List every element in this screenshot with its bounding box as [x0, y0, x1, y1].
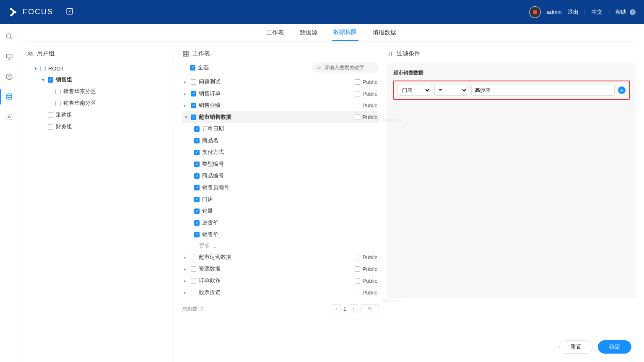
- checkbox[interactable]: [191, 115, 196, 120]
- table-row[interactable]: ▸销售订单Public: [182, 88, 379, 99]
- top-bar: FOCUS admin 退出 | 中文 | 帮助 ?: [0, 0, 644, 24]
- tree-sales-south[interactable]: 销售华南分区: [27, 97, 174, 109]
- page-prev[interactable]: ‹: [332, 304, 341, 313]
- select-all-row[interactable]: 全选: [182, 62, 210, 73]
- more-link[interactable]: 更多 ⌄: [182, 240, 379, 251]
- svg-point-6: [8, 116, 10, 118]
- checkbox[interactable]: [194, 161, 200, 167]
- filter-field-select[interactable]: 门店: [397, 85, 431, 96]
- public-toggle[interactable]: Public: [355, 254, 377, 260]
- checkbox[interactable]: [191, 266, 196, 272]
- public-toggle[interactable]: Public: [355, 289, 377, 296]
- tab-report[interactable]: 填报数据: [371, 25, 398, 41]
- checkbox[interactable]: [194, 208, 200, 214]
- column-row[interactable]: 商品编号: [182, 170, 379, 182]
- checkbox[interactable]: [191, 290, 196, 295]
- checkbox[interactable]: [48, 112, 53, 118]
- tree-finance[interactable]: 财务组: [27, 121, 174, 133]
- public-toggle[interactable]: Public: [355, 91, 377, 97]
- checkbox[interactable]: [48, 124, 53, 130]
- public-toggle[interactable]: Public: [355, 278, 377, 284]
- tree-sales[interactable]: ▼销售组: [27, 74, 174, 86]
- table-row[interactable]: ▸问题测试Public: [182, 76, 379, 88]
- checkbox[interactable]: [355, 266, 360, 272]
- table-row[interactable]: ▼超市销售数据Public: [182, 111, 379, 123]
- reset-button[interactable]: 重置: [559, 340, 593, 354]
- chevron-down-icon: ⌄: [213, 243, 217, 249]
- page-next[interactable]: ›: [349, 304, 358, 313]
- help-link[interactable]: 帮助 ?: [615, 8, 636, 16]
- column-row[interactable]: 销售价: [182, 229, 379, 240]
- table-row[interactable]: ▸超市运营数据Public: [182, 251, 379, 263]
- table-row[interactable]: ▸订单欺诈Public: [182, 275, 379, 286]
- filter-op-select[interactable]: =: [434, 85, 468, 96]
- search-input[interactable]: [324, 65, 374, 70]
- public-toggle[interactable]: Public: [355, 79, 377, 85]
- checkbox[interactable]: [355, 278, 360, 284]
- nav-help-icon[interactable]: [5, 73, 13, 81]
- checkbox[interactable]: [40, 66, 46, 71]
- checkbox[interactable]: [191, 278, 196, 284]
- tab-datasource[interactable]: 数据源: [298, 25, 319, 41]
- column-label: 商品名: [202, 137, 218, 144]
- brand-name: FOCUS: [23, 8, 53, 16]
- checkbox[interactable]: [355, 115, 360, 120]
- tree-purchase[interactable]: 采购组: [27, 109, 174, 121]
- edit-icon[interactable]: [66, 8, 73, 16]
- tree-sales-east[interactable]: 销售华东分区: [27, 86, 174, 97]
- checkbox[interactable]: [355, 255, 360, 260]
- table-label: 销售订单: [199, 90, 221, 97]
- public-toggle[interactable]: Public: [355, 114, 377, 120]
- checkbox[interactable]: [191, 79, 196, 85]
- username[interactable]: admin: [547, 9, 561, 15]
- tree-root[interactable]: ▼ROOT: [27, 63, 174, 74]
- checkbox[interactable]: [355, 91, 360, 96]
- user-group-title: 用户组: [37, 50, 55, 57]
- tab-worksheet[interactable]: 工作表: [265, 25, 286, 41]
- table-row[interactable]: ▸资源数据Public: [182, 263, 379, 275]
- checkbox[interactable]: [355, 79, 360, 85]
- column-row[interactable]: 商品名: [182, 135, 379, 146]
- column-row[interactable]: 类型编号: [182, 158, 379, 170]
- checkbox[interactable]: [194, 126, 200, 132]
- avatar[interactable]: [529, 6, 541, 18]
- checkbox[interactable]: [191, 255, 196, 260]
- column-row[interactable]: 进货价: [182, 217, 379, 229]
- checkbox[interactable]: [194, 185, 200, 190]
- checkbox[interactable]: [194, 150, 200, 155]
- nav-display-icon[interactable]: [5, 52, 13, 61]
- checkbox[interactable]: [55, 89, 61, 94]
- nav-settings-icon[interactable]: [5, 113, 13, 121]
- checkbox[interactable]: [355, 103, 360, 108]
- checkbox[interactable]: [191, 103, 196, 108]
- public-toggle[interactable]: Public: [355, 102, 377, 109]
- nav-search-icon[interactable]: [5, 32, 13, 41]
- search-box[interactable]: [312, 63, 379, 73]
- checkbox[interactable]: [194, 197, 200, 202]
- tab-permission[interactable]: 数据权限: [332, 24, 358, 41]
- add-filter-button[interactable]: +: [618, 86, 626, 94]
- checkbox[interactable]: [55, 101, 61, 106]
- checkbox[interactable]: [194, 232, 200, 237]
- confirm-button[interactable]: 确定: [598, 340, 631, 354]
- column-row[interactable]: 订单日期: [182, 123, 379, 135]
- nav-data-icon[interactable]: [5, 93, 13, 101]
- table-row[interactable]: ▸销售业绩Public: [182, 99, 379, 111]
- column-row[interactable]: 销量: [182, 205, 379, 217]
- checkbox[interactable]: [191, 91, 196, 96]
- column-row[interactable]: 门店: [182, 193, 379, 205]
- filter-value-input[interactable]: [471, 85, 615, 96]
- logout-link[interactable]: 退出: [568, 8, 579, 16]
- checkbox[interactable]: [48, 77, 53, 83]
- table-row[interactable]: ▸股票投资Public: [182, 286, 379, 298]
- checkbox[interactable]: [194, 173, 200, 179]
- column-row[interactable]: 支付方式: [182, 146, 379, 158]
- checkbox[interactable]: [194, 138, 200, 143]
- lang-link[interactable]: 中文: [592, 8, 602, 16]
- public-toggle[interactable]: Public: [355, 266, 377, 272]
- page-refresh[interactable]: ↻: [361, 304, 379, 313]
- checkbox[interactable]: [194, 220, 200, 226]
- checkbox[interactable]: [355, 290, 360, 295]
- checkbox[interactable]: [190, 65, 195, 70]
- column-row[interactable]: 销售员编号: [182, 182, 379, 193]
